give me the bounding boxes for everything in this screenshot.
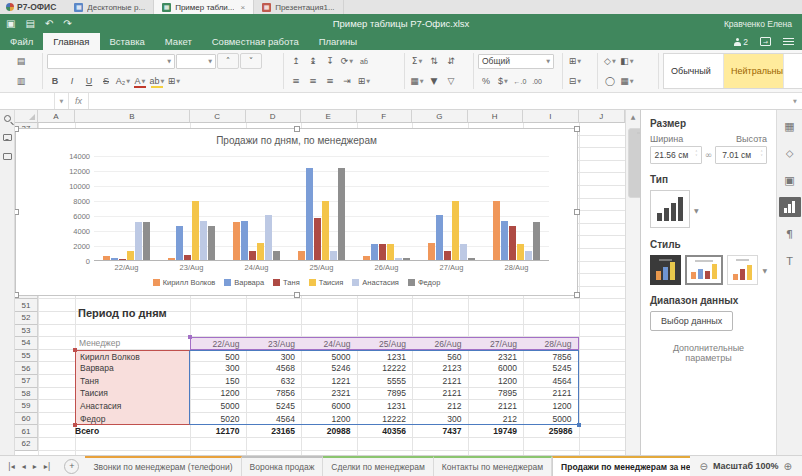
autosum-button[interactable]: Σ▼ — [409, 53, 425, 69]
table-cell[interactable]: 12222 — [357, 362, 413, 375]
row-header-59[interactable]: 59 — [15, 400, 38, 413]
doc-tab-slides[interactable]: ▦Презентация1... — [254, 0, 343, 14]
height-input[interactable]: 7.01 см ˄˅ — [715, 146, 767, 164]
menu-tab-1[interactable]: Файл — [0, 33, 43, 50]
chart-style-thumb-dark[interactable] — [650, 255, 681, 285]
table-cell[interactable]: 300 — [412, 413, 468, 426]
table-cell[interactable]: Кирилл Волков — [75, 350, 190, 363]
align-middle-button[interactable]: ↨ — [305, 53, 321, 69]
col-header-F[interactable]: F — [357, 110, 413, 123]
col-header-B[interactable]: B — [75, 110, 190, 123]
add-sheet-button[interactable]: + — [64, 459, 79, 474]
copy-style-button[interactable]: ◧▼ — [619, 53, 635, 69]
table-cell[interactable]: 2121 — [412, 375, 468, 388]
table-cell[interactable]: 7895 — [357, 387, 413, 400]
row-header-54[interactable]: 54 — [15, 337, 38, 350]
col-header-I[interactable]: I — [523, 110, 579, 123]
table-cell[interactable]: 300 — [246, 350, 302, 363]
table-header-cell[interactable]: 26/Aug — [412, 337, 468, 350]
selection-handle[interactable] — [15, 209, 19, 215]
row-header-58[interactable]: 58 — [15, 388, 38, 401]
row-header-60[interactable]: 60 — [15, 413, 38, 426]
spreadsheet-grid[interactable]: ABCDEFGHIJ 37383940414243444546474849505… — [15, 110, 640, 455]
table-cell[interactable]: 5245 — [523, 362, 579, 375]
bold-button[interactable]: B — [47, 73, 63, 89]
comment-icon[interactable] — [3, 134, 12, 141]
chart-settings-icon[interactable] — [779, 197, 801, 217]
font-color-button[interactable]: A▼ — [132, 73, 148, 89]
menu-tab-5[interactable]: Совместная работа — [202, 33, 309, 50]
subscript-button[interactable]: A₂▼ — [115, 73, 131, 89]
decrement-font-size-button[interactable]: ˅ — [240, 53, 262, 69]
table-cell[interactable]: 7895 — [468, 387, 524, 400]
table-cell[interactable]: 1200 — [301, 413, 357, 426]
percent-style-button[interactable]: % — [478, 73, 494, 89]
format-as-table-button[interactable]: ▦▼ — [619, 73, 635, 89]
table-cell[interactable]: 12222 — [357, 413, 413, 426]
table-cell[interactable]: 5245 — [246, 400, 302, 413]
table-cell[interactable]: 7856 — [523, 350, 579, 363]
table-cell[interactable]: 5000 — [190, 400, 246, 413]
prev-sheet-button[interactable]: ◂ — [22, 462, 26, 471]
next-sheet-button[interactable]: ▸ — [33, 462, 37, 471]
scrollbar-thumb[interactable] — [628, 128, 640, 198]
font-name-combo[interactable]: ▼ — [47, 54, 175, 69]
table-header-cell[interactable]: Менеджер — [75, 337, 190, 350]
save-button[interactable]: ▣ — [6, 18, 15, 29]
lock-aspect-ratio-icon[interactable]: ∞ — [705, 150, 713, 160]
close-tab-icon[interactable]: × — [240, 3, 245, 12]
expand-formula-bar-button[interactable]: ▼ — [788, 93, 802, 109]
select-data-button[interactable]: Выбор данных — [650, 311, 733, 331]
table-cell[interactable]: 1221 — [301, 375, 357, 388]
orientation-button[interactable]: ⟳▼ — [339, 53, 355, 69]
sort-descending-button[interactable]: ⇵ — [443, 53, 459, 69]
table-cell[interactable]: 1200 — [468, 375, 524, 388]
table-total-cell[interactable]: 19749 — [468, 425, 524, 438]
clear-filter-button[interactable]: ▽ — [443, 73, 459, 89]
table-cell[interactable]: 500 — [190, 350, 246, 363]
selection-handle[interactable] — [294, 292, 300, 298]
table-cell[interactable]: Таня — [75, 375, 190, 388]
table-total-cell[interactable]: 40356 — [357, 425, 413, 438]
table-cell[interactable]: 212 — [412, 400, 468, 413]
col-header-H[interactable]: H — [468, 110, 524, 123]
selection-handle[interactable] — [15, 126, 19, 132]
col-header-G[interactable]: G — [412, 110, 468, 123]
cell-style-1[interactable]: Обычный — [664, 54, 724, 88]
table-cell[interactable]: Варвара — [75, 362, 190, 375]
table-cell[interactable]: Таисия — [75, 387, 190, 400]
strikethrough-button[interactable]: S — [98, 73, 114, 89]
collaborators-button[interactable]: 2 — [734, 37, 748, 47]
table-cell[interactable]: Федор — [75, 413, 190, 426]
col-header-C[interactable]: C — [190, 110, 246, 123]
chart-style-thumb-selected[interactable] — [685, 255, 723, 285]
align-center-button[interactable]: ≡ — [305, 73, 321, 89]
sort-ascending-button[interactable]: ⇅ — [426, 53, 442, 69]
copy-button[interactable]: ▥ — [13, 73, 29, 89]
italic-button[interactable]: I — [64, 73, 80, 89]
currency-style-button[interactable]: $▼ — [495, 73, 511, 89]
cell-style-2[interactable]: Нейтральный — [724, 54, 784, 88]
table-cell[interactable]: 150 — [190, 375, 246, 388]
table-cell[interactable]: 632 — [246, 375, 302, 388]
sheet-tab-1[interactable]: Звонки по менеджерам (телефони) — [85, 456, 241, 476]
number-format-combo[interactable]: Общий▼ — [478, 54, 554, 69]
doc-tab-docs[interactable]: ▦Десктопные р... — [66, 0, 154, 14]
image-settings-icon[interactable]: ▣ — [779, 170, 801, 190]
cell-style-3[interactable] — [784, 54, 802, 88]
search-icon[interactable] — [4, 115, 11, 122]
borders-button[interactable]: ⊞▼ — [166, 73, 182, 89]
zoom-out-button[interactable]: ⊖ — [700, 461, 708, 472]
table-cell[interactable]: 6000 — [301, 400, 357, 413]
table-cell[interactable]: 2123 — [412, 362, 468, 375]
row-header-57[interactable]: 57 — [15, 375, 38, 388]
open-file-location-button[interactable]: → — [760, 37, 771, 46]
table-header-cell[interactable]: 23/Aug — [246, 337, 302, 350]
align-right-button[interactable]: ≡ — [322, 73, 338, 89]
chart-type-button[interactable] — [650, 190, 690, 228]
table-total-cell[interactable]: Всего — [75, 425, 190, 438]
table-cell[interactable]: 7856 — [246, 387, 302, 400]
zoom-in-button[interactable]: ⊕ — [784, 461, 792, 472]
table-cell[interactable]: 2321 — [468, 350, 524, 363]
table-cell[interactable]: 560 — [412, 350, 468, 363]
